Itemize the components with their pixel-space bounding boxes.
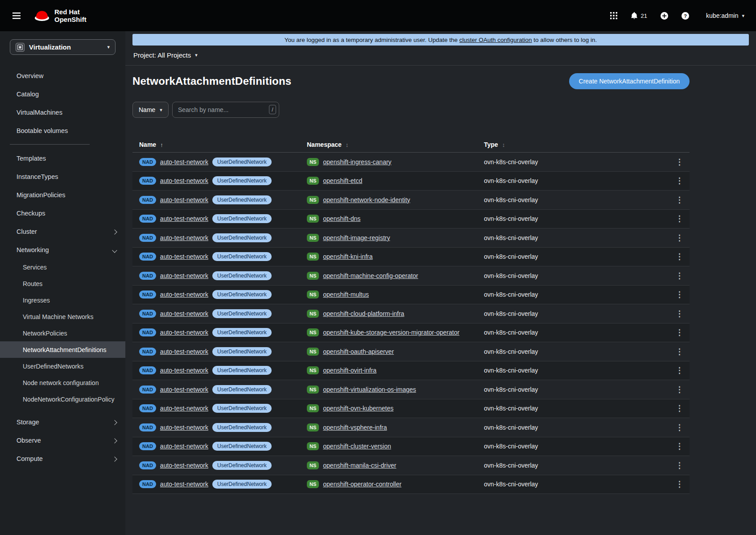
- column-header-type[interactable]: Type ↕: [484, 141, 669, 148]
- userdefinednetwork-label: UserDefinedNetwork: [212, 480, 272, 489]
- sidebar-item-virtualmachines[interactable]: VirtualMachines: [0, 103, 125, 121]
- namespace-link[interactable]: openshift-cluster-version: [323, 443, 391, 450]
- sidebar-item-networking[interactable]: Networking: [0, 241, 125, 259]
- column-header-name[interactable]: Name ↑: [132, 141, 307, 148]
- kebab-menu-button[interactable]: ⋮: [672, 460, 687, 471]
- sidebar-item-cluster[interactable]: Cluster: [0, 222, 125, 241]
- sidebar-item-userdefinednetworks[interactable]: UserDefinedNetworks: [0, 358, 125, 374]
- sidebar-item-bootable-volumes[interactable]: Bootable volumes: [0, 121, 125, 140]
- namespace-link[interactable]: openshift-oauth-apiserver: [323, 348, 394, 355]
- kebab-menu-button[interactable]: ⋮: [672, 478, 687, 490]
- import-yaml-button[interactable]: [661, 12, 668, 20]
- project-selector[interactable]: Project: All Projects ▾: [125, 46, 756, 66]
- kebab-menu-button[interactable]: ⋮: [672, 232, 687, 244]
- sidebar-item-networkpolicies[interactable]: NetworkPolicies: [0, 325, 125, 341]
- nad-name-link[interactable]: auto-test-network: [160, 443, 208, 450]
- sidebar-item-instancetypes[interactable]: InstanceTypes: [0, 167, 125, 186]
- app-launcher-button[interactable]: [610, 12, 617, 19]
- kebab-menu-button[interactable]: ⋮: [672, 384, 687, 395]
- sidebar-item-virtual-machine-networks[interactable]: Virtual Machine Networks: [0, 308, 125, 325]
- namespace-link[interactable]: openshift-machine-config-operator: [323, 272, 418, 279]
- sidebar-item-services[interactable]: Services: [0, 259, 125, 275]
- nad-name-link[interactable]: auto-test-network: [160, 424, 208, 431]
- brand-line2: OpenShift: [54, 16, 87, 23]
- perspective-switcher[interactable]: Virtualization ▾: [10, 39, 116, 55]
- sidebar-item-ingresses[interactable]: Ingresses: [0, 292, 125, 308]
- sidebar-item-templates[interactable]: Templates: [0, 149, 125, 167]
- kebab-menu-button[interactable]: ⋮: [672, 156, 687, 168]
- nad-name-link[interactable]: auto-test-network: [160, 481, 208, 488]
- nad-name-link[interactable]: auto-test-network: [160, 253, 208, 260]
- sidebar-item-networkattachmentdefinitions[interactable]: NetworkAttachmentDefinitions: [0, 341, 125, 358]
- nad-name-link[interactable]: auto-test-network: [160, 158, 208, 166]
- namespace-link[interactable]: openshift-multus: [323, 291, 369, 298]
- name-cell: NAD auto-test-network UserDefinedNetwork: [132, 158, 307, 166]
- sidebar-item-compute[interactable]: Compute: [0, 449, 125, 468]
- kebab-menu-button[interactable]: ⋮: [672, 175, 687, 187]
- type-cell: ovn-k8s-cni-overlay: [484, 291, 669, 298]
- nad-name-link[interactable]: auto-test-network: [160, 291, 208, 298]
- kebab-menu-button[interactable]: ⋮: [672, 346, 687, 357]
- namespace-link[interactable]: openshift-etcd: [323, 177, 362, 184]
- create-networkattachmentdefinition-button[interactable]: Create NetworkAttachmentDefinition: [569, 73, 690, 89]
- namespace-link[interactable]: openshift-cloud-platform-infra: [323, 310, 404, 317]
- namespace-link[interactable]: openshift-ingress-canary: [323, 158, 391, 166]
- nad-name-link[interactable]: auto-test-network: [160, 234, 208, 241]
- kebab-menu-button[interactable]: ⋮: [672, 327, 687, 338]
- namespace-link[interactable]: openshift-network-node-identity: [323, 196, 410, 203]
- namespace-link[interactable]: openshift-kube-storage-version-migrator-…: [323, 329, 459, 336]
- namespace-link[interactable]: openshift-operator-controller: [323, 481, 401, 488]
- namespace-link[interactable]: openshift-ovn-kubernetes: [323, 405, 393, 412]
- search-input[interactable]: [172, 102, 279, 118]
- sidebar-item-overview[interactable]: Overview: [0, 66, 125, 85]
- nad-name-link[interactable]: auto-test-network: [160, 272, 208, 279]
- kebab-menu-button[interactable]: ⋮: [672, 289, 687, 300]
- kebab-menu-button[interactable]: ⋮: [672, 270, 687, 282]
- sidebar-item-nodenetworkconfigurationpolicy[interactable]: NodeNetworkConfigurationPolicy: [0, 391, 125, 407]
- kebab-menu-button[interactable]: ⋮: [672, 422, 687, 433]
- kebab-menu-button[interactable]: ⋮: [672, 440, 687, 452]
- help-button[interactable]: ?: [682, 12, 689, 20]
- sidebar-item-observe[interactable]: Observe: [0, 431, 125, 449]
- nav-toggle-button[interactable]: [12, 12, 21, 19]
- nad-name-link[interactable]: auto-test-network: [160, 196, 208, 203]
- kebab-menu-button[interactable]: ⋮: [672, 213, 687, 224]
- kebab-menu-button[interactable]: ⋮: [672, 251, 687, 262]
- nad-name-link[interactable]: auto-test-network: [160, 462, 208, 469]
- kebab-menu-button[interactable]: ⋮: [672, 194, 687, 206]
- namespace-link[interactable]: openshift-virtualization-os-images: [323, 386, 416, 393]
- namespace-kind-badge: NS: [307, 442, 319, 450]
- oauth-configuration-link[interactable]: cluster OAuth configuration: [459, 37, 532, 43]
- sidebar-item-node-network-configuration[interactable]: Node network configuration: [0, 374, 125, 391]
- sidebar-item-migrationpolicies[interactable]: MigrationPolicies: [0, 186, 125, 204]
- kebab-menu-button[interactable]: ⋮: [672, 308, 687, 319]
- nad-name-link[interactable]: auto-test-network: [160, 310, 208, 317]
- title-row: NetworkAttachmentDefinitions Create Netw…: [132, 73, 690, 89]
- kebab-menu-button[interactable]: ⋮: [672, 402, 687, 414]
- nad-name-link[interactable]: auto-test-network: [160, 329, 208, 336]
- namespace-link[interactable]: openshift-dns: [323, 215, 360, 222]
- sidebar-item-routes[interactable]: Routes: [0, 275, 125, 292]
- nad-name-link[interactable]: auto-test-network: [160, 177, 208, 184]
- nad-name-link[interactable]: auto-test-network: [160, 386, 208, 393]
- namespace-link[interactable]: openshift-kni-infra: [323, 253, 372, 260]
- sidebar-item-storage[interactable]: Storage: [0, 413, 125, 431]
- nad-name-link[interactable]: auto-test-network: [160, 405, 208, 412]
- nad-name-link[interactable]: auto-test-network: [160, 367, 208, 374]
- notifications-button[interactable]: 21: [631, 12, 647, 20]
- caret-down-icon: ▾: [160, 107, 162, 113]
- column-header-namespace[interactable]: Namespace ↕: [307, 141, 484, 148]
- kebab-menu-button[interactable]: ⋮: [672, 365, 687, 376]
- nad-name-link[interactable]: auto-test-network: [160, 348, 208, 355]
- filter-type-dropdown[interactable]: Name ▾: [132, 102, 169, 118]
- namespace-link[interactable]: openshift-image-registry: [323, 234, 390, 241]
- namespace-link[interactable]: openshift-manila-csi-driver: [323, 462, 396, 469]
- namespace-link[interactable]: openshift-vsphere-infra: [323, 424, 387, 431]
- user-menu-button[interactable]: kube:admin ▾: [706, 12, 744, 19]
- namespace-link[interactable]: openshift-ovirt-infra: [323, 367, 376, 374]
- actions-cell: ⋮: [669, 327, 690, 338]
- sidebar-item-catalog[interactable]: Catalog: [0, 85, 125, 103]
- brand-logo[interactable]: Red Hat OpenShift: [34, 8, 87, 24]
- sidebar-item-checkups[interactable]: Checkups: [0, 204, 125, 222]
- nad-name-link[interactable]: auto-test-network: [160, 215, 208, 222]
